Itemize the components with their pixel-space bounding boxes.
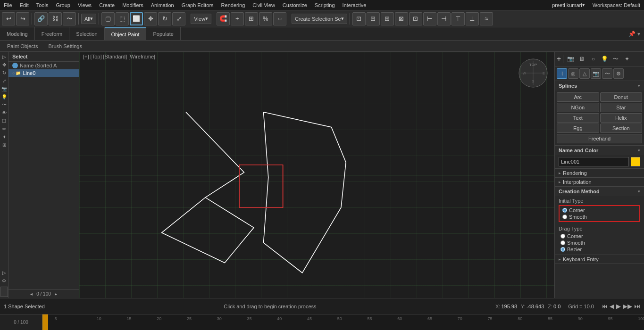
selection-filter-dropdown[interactable]: All ▾	[81, 14, 96, 24]
status-nav-end[interactable]: ⏭	[634, 303, 640, 310]
menu-file[interactable]: File	[0, 1, 16, 9]
interpolation-header[interactable]: ▸ Interpolation	[555, 178, 644, 186]
extra-btn-8[interactable]: ⊤	[452, 12, 465, 25]
status-nav-prev[interactable]: ⏮	[602, 303, 608, 310]
spline-star[interactable]: Star	[600, 103, 643, 112]
scene-nav-prev[interactable]: ◂	[28, 291, 34, 297]
spline-arc[interactable]: Arc	[557, 92, 599, 102]
snap-button[interactable]: 🧲	[217, 12, 230, 25]
redo-button[interactable]: ↪	[16, 12, 29, 25]
extra-btn-3[interactable]: ⊞	[381, 12, 394, 25]
creation-method-header[interactable]: Creation Method ▾	[555, 187, 644, 196]
sub-tab-brush-settings[interactable]: Brush Settings	[43, 42, 87, 50]
extra-btn-1[interactable]: ⊡	[352, 12, 366, 25]
name-color-header[interactable]: Name and Color ▾	[555, 146, 644, 155]
percent-button[interactable]: %	[259, 12, 272, 25]
menu-civil-view[interactable]: Civil View	[249, 1, 278, 9]
user-dropdown-icon[interactable]: ▾	[582, 2, 585, 8]
rotate-button[interactable]: ↻	[158, 12, 171, 25]
select-region-button[interactable]: ⬚	[116, 12, 129, 25]
menu-create[interactable]: Create	[95, 1, 118, 9]
bind-button[interactable]: 〜	[63, 12, 76, 25]
extra-btn-6[interactable]: ⊢	[423, 12, 436, 25]
rp-icon-sphere[interactable]: ○	[588, 54, 598, 64]
tool-light[interactable]: 💡	[0, 93, 8, 100]
tab-selection[interactable]: Selection	[69, 27, 104, 40]
snap3-button[interactable]: ⊞	[245, 12, 258, 25]
spline-ngon[interactable]: NGon	[557, 103, 599, 112]
create-selection-button[interactable]: Create Selection Se ▾	[292, 14, 347, 24]
extra-btn-9[interactable]: ⊥	[466, 12, 479, 25]
select-button[interactable]: ▢	[101, 12, 115, 25]
extra-btn-2[interactable]: ⊟	[367, 12, 380, 25]
menu-customize[interactable]: Customize	[279, 1, 311, 9]
spline-helix[interactable]: Helix	[600, 113, 643, 123]
spline-freehand[interactable]: Freehand	[557, 134, 642, 143]
spline-section[interactable]: Section	[600, 124, 643, 133]
tab-populate[interactable]: Populate	[146, 27, 180, 40]
menu-animation[interactable]: Animation	[147, 1, 178, 9]
rp-icon-star[interactable]: ✦	[622, 54, 632, 64]
rp-env-icon[interactable]: 〜	[602, 68, 612, 79]
tab-modeling[interactable]: Modeling	[0, 27, 35, 40]
rp-camera2-icon[interactable]: 📷	[591, 68, 601, 79]
name-input-field[interactable]	[559, 157, 629, 166]
mirror-button[interactable]: ↔	[273, 12, 286, 25]
tab-pin-icon[interactable]: 📌	[628, 31, 636, 37]
sub-tab-paint-objects[interactable]: Paint Objects	[2, 42, 43, 50]
tool-arrow[interactable]: ▷	[0, 53, 8, 60]
rp-icon-light[interactable]: 💡	[599, 54, 610, 64]
menu-scripting[interactable]: Scripting	[311, 1, 339, 9]
drag-type-bezier-radio[interactable]	[560, 247, 565, 252]
rp-icon-camera[interactable]: 📷	[565, 54, 576, 64]
menu-graph-editors[interactable]: Graph Editors	[178, 1, 217, 9]
link-button[interactable]: 🔗	[34, 12, 48, 25]
scale-button[interactable]: ⤢	[172, 12, 185, 25]
unlink-button[interactable]: ⛓	[49, 12, 62, 25]
lasso-button[interactable]: ⬜	[130, 12, 143, 25]
spline-text[interactable]: Text	[557, 113, 599, 123]
tool-eye[interactable]: 👁	[0, 109, 8, 116]
snap2-button[interactable]: +	[231, 12, 244, 25]
menu-modifiers[interactable]: Modifiers	[118, 1, 147, 9]
tool-settings[interactable]: ⚙	[0, 277, 8, 284]
viewport[interactable]: [+] [Top] [Standard] [Wireframe] TOP S	[79, 52, 554, 298]
scene-item-name-sorted[interactable]: Name (Sorted A	[8, 62, 79, 69]
tab-object-paint[interactable]: Object Paint	[105, 27, 147, 40]
timeline-track[interactable]: 5 10 15 20 25 30 35 40 45 50 55 60 65 70…	[42, 314, 644, 330]
rp-mesh-icon[interactable]: △	[579, 68, 590, 79]
user-name[interactable]: preeti kumari	[552, 2, 582, 8]
tool-wave[interactable]: 〜	[0, 101, 8, 108]
scene-nav-next[interactable]: ▸	[53, 291, 59, 297]
spline-egg[interactable]: Egg	[557, 124, 599, 133]
tool-box[interactable]: ☐	[0, 117, 8, 124]
rp-icon-wave[interactable]: 〜	[611, 54, 621, 64]
keyboard-entry-header[interactable]: ▸ Keyboard Entry	[555, 255, 644, 264]
tool-move[interactable]: ✥	[0, 61, 8, 68]
move-button[interactable]: ✥	[144, 12, 157, 25]
rp-gear-icon[interactable]: ⚙	[613, 68, 624, 79]
initial-type-smooth-radio[interactable]	[562, 214, 567, 219]
splines-section-header[interactable]: Splines ▾	[555, 81, 644, 91]
viewport-navigator[interactable]: TOP S W E	[517, 57, 550, 90]
tool-camera[interactable]: 📷	[0, 85, 8, 92]
drag-type-corner-radio[interactable]	[560, 234, 565, 239]
tool-star[interactable]: ✦	[0, 133, 8, 140]
rendering-header[interactable]: ▸ Rendering	[555, 169, 644, 177]
tool-play[interactable]: ▷	[0, 269, 8, 276]
color-swatch[interactable]	[631, 157, 640, 166]
tool-grid[interactable]: ⊞	[0, 141, 8, 148]
scene-item-line0[interactable]: ○ 📁 Line0	[8, 69, 79, 77]
tool-pencil[interactable]: ✏	[0, 125, 8, 132]
rp-add-icon[interactable]: +	[557, 55, 561, 63]
menu-edit[interactable]: Edit	[16, 1, 33, 9]
rp-spline-icon[interactable]: ⌇	[557, 68, 567, 79]
menu-rendering[interactable]: Rendering	[217, 1, 249, 9]
tab-dropdown-icon[interactable]: ▾	[637, 31, 640, 37]
menu-group[interactable]: Group	[52, 1, 74, 9]
tab-freeform[interactable]: Freeform	[35, 27, 70, 40]
rp-shape-icon[interactable]: ◎	[568, 68, 578, 79]
drag-type-smooth-radio[interactable]	[560, 240, 565, 245]
undo-button[interactable]: ↩	[2, 12, 15, 25]
extra-btn-10[interactable]: ≈	[480, 12, 493, 25]
